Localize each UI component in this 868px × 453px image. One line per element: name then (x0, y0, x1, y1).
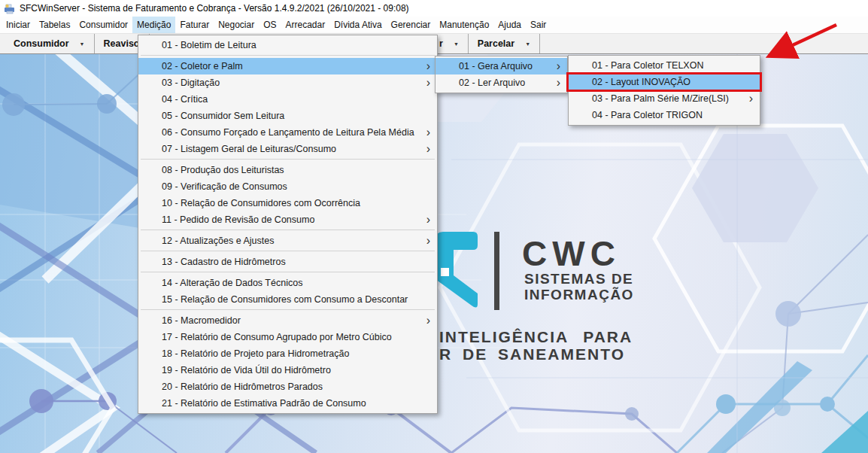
menu-item[interactable]: 20 - Relatório de Hidrômetros Parados › (138, 379, 437, 395)
menubar-item-label: Faturar (180, 20, 209, 30)
submenu-item-label: 02 - Ler Arquivo (459, 78, 525, 88)
menu-item[interactable]: 08 - Produção dos Leituristas › (138, 162, 437, 178)
menu-item[interactable]: 06 - Consumo Forçado e Lançamento de Lei… (138, 124, 437, 141)
submenu-chevron-icon: › (426, 214, 430, 226)
menu-item[interactable]: 07 - Listagem Geral de Leituras/Consumo … (138, 141, 437, 157)
submenu-item[interactable]: 02 - Layout INOVAÇÃO › (569, 74, 760, 90)
submenu-item[interactable]: 02 - Ler Arquivo › (436, 74, 567, 91)
toolbar-right-group: r ▼ Parcelar ▼ (430, 34, 540, 53)
menu-item-label: 11 - Pedido de Revisão de Consumo (162, 214, 314, 225)
menubar-item-label: OS (263, 20, 276, 30)
menubar-item[interactable]: Consumidor (74, 17, 132, 33)
gera-arquivo-submenu: 01 - Para Coletor TELXON › 02 - Layout I… (568, 55, 760, 126)
menu-item[interactable]: 02 - Coletor e Palm › (138, 58, 437, 74)
menu-item-label: 04 - Crítica (162, 94, 208, 105)
submenu-chevron-icon: › (426, 77, 430, 89)
submenu-item-label: 01 - Gera Arquivo (459, 61, 533, 71)
menubar-item[interactable]: Gerenciar (387, 17, 436, 33)
menu-item[interactable]: 10 - Relação de Consumidores com Ocorrên… (138, 195, 437, 211)
menubar-item[interactable]: Sair (526, 17, 551, 33)
menu-item-label: 09 - Verificação de Consumos (162, 181, 287, 192)
menu-item[interactable]: 15 - Relação de Consumidores com Consumo… (138, 291, 437, 308)
menu-item[interactable]: 09 - Verificação de Consumos › (138, 178, 437, 195)
menu-item[interactable]: 04 - Crítica › (138, 91, 437, 108)
menu-item-label: 14 - Alteração de Dados Técnicos (162, 278, 302, 288)
menu-item-label: 06 - Consumo Forçado e Lançamento de Lei… (162, 127, 414, 138)
submenu-item[interactable]: 03 - Para Palm Série M/Zire(LSI) › (569, 90, 760, 107)
menubar-item-label: Gerenciar (391, 20, 431, 30)
menubar-item[interactable]: Medição (132, 17, 175, 33)
logo-text: CWC (522, 233, 621, 274)
menu-item[interactable]: 14 - Alteração de Dados Técnicos › (138, 275, 437, 291)
menu-item-label: 07 - Listagem Geral de Leituras/Consumo (162, 144, 336, 154)
menu-item[interactable]: 11 - Pedido de Revisão de Consumo › (138, 211, 437, 228)
menu-item-label: 01 - Boletim de Leitura (162, 40, 256, 50)
menu-item[interactable]: 17 - Relatório de Consumo Agrupado por M… (138, 329, 437, 345)
menubar-item-label: Dívida Ativa (334, 20, 381, 30)
toolbar-button-label: Reaviso (104, 38, 140, 49)
toolbar-button[interactable]: Parcelar ▼ (469, 34, 540, 53)
menubar-item-label: Ajuda (498, 20, 521, 30)
toolbar-button[interactable]: Consumidor ▼ (5, 34, 95, 53)
submenu-chevron-icon: › (426, 143, 430, 155)
menu-item[interactable]: 21 - Relatório de Estimativa Padrão de C… (138, 395, 437, 412)
submenu-item-label: 03 - Para Palm Série M/Zire(LSI) (592, 93, 729, 104)
medicao-dropdown-menu: 01 - Boletim de Leitura › › 02 - Coletor… (138, 35, 438, 414)
menu-item[interactable]: 01 - Boletim de Leitura › (138, 37, 437, 53)
dropdown-arrow-icon: ▼ (80, 41, 85, 47)
submenu-item[interactable]: 04 - Para Coletor TRIGON › (569, 107, 760, 123)
title-bar: SFCWinServer - Sistema de Faturamento e … (0, 0, 868, 17)
menu-item-label: 12 - Atualizações e Ajustes (162, 236, 274, 246)
submenu-item-label: 01 - Para Coletor TELXON (592, 60, 703, 71)
app-window: SFCWinServer - Sistema de Faturamento e … (0, 0, 868, 453)
app-icon (4, 3, 15, 14)
menu-item-label: 10 - Relação de Consumidores com Ocorrên… (162, 198, 360, 208)
menubar-item[interactable]: Negociar (214, 17, 259, 33)
menu-item-label: 13 - Cadastro de Hidrômetros (162, 257, 286, 267)
menubar-item[interactable]: Iniciar (2, 17, 35, 33)
submenu-chevron-icon: › (426, 315, 430, 327)
toolbar-button-label: Parcelar (478, 38, 514, 49)
menu-item[interactable]: 19 - Relatório de Vida Útil do Hidrômetr… (138, 362, 437, 379)
tagline-line2: R DE SANEAMENTO (439, 345, 625, 363)
toolbar-left-group: Consumidor ▼ Reaviso ▼ (5, 34, 150, 53)
menu-item[interactable]: 13 - Cadastro de Hidrômetros › (138, 254, 437, 270)
menu-item-label: 16 - Macromedidor (162, 315, 241, 326)
menubar-item[interactable]: Tabelas (35, 17, 74, 33)
menubar-item-label: Negociar (218, 20, 254, 30)
menubar-item[interactable]: Arrecadar (281, 17, 330, 33)
menu-item-label: 15 - Relação de Consumidores com Consumo… (162, 294, 408, 305)
submenu-item-label: 02 - Layout INOVAÇÃO (592, 77, 690, 87)
menubar-item[interactable]: OS (259, 17, 281, 33)
menu-item-label: 20 - Relatório de Hidrômetros Parados (162, 382, 323, 392)
submenu-chevron-icon: › (557, 60, 560, 72)
logo-subtitle-line1: SISTEMAS DE (524, 271, 633, 287)
coletor-e-palm-submenu: 01 - Gera Arquivo › 02 - Ler Arquivo › (435, 56, 568, 93)
submenu-item[interactable]: 01 - Para Coletor TELXON › (569, 57, 760, 74)
menu-item-label: 02 - Coletor e Palm (162, 61, 243, 71)
menu-item-label: 03 - Digitação (162, 78, 220, 88)
logo-divider (494, 232, 499, 310)
dropdown-arrow-icon: ▼ (454, 41, 459, 47)
menubar-item-label: Manutenção (439, 20, 489, 30)
submenu-chevron-icon: › (749, 93, 753, 105)
menu-item[interactable]: 12 - Atualizações e Ajustes › (138, 233, 437, 249)
menubar-item[interactable]: Dívida Ativa (329, 17, 386, 33)
menu-item-label: 05 - Consumidor Sem Leitura (162, 111, 284, 121)
menubar-item[interactable]: Faturar (175, 17, 214, 33)
menu-item[interactable]: 05 - Consumidor Sem Leitura › (138, 108, 437, 124)
menu-bar: Iniciar Tabelas Consumidor Medição Fatur… (0, 17, 868, 33)
menubar-item[interactable]: Manutenção (435, 17, 493, 33)
menubar-item[interactable]: Ajuda (493, 17, 526, 33)
menubar-item-label: Consumidor (79, 20, 128, 30)
menu-item-label: 08 - Produção dos Leituristas (162, 165, 284, 175)
tagline-line1: INTELIGÊNCIA PARA (439, 328, 633, 346)
submenu-chevron-icon: › (426, 126, 430, 138)
submenu-item[interactable]: 01 - Gera Arquivo › (436, 58, 567, 74)
menu-item[interactable]: 18 - Relatório de Projeto para Hidrometr… (138, 345, 437, 362)
menu-item[interactable]: 16 - Macromedidor › (138, 312, 437, 329)
dropdown-arrow-icon: ▼ (525, 41, 530, 47)
menu-item[interactable]: 03 - Digitação › (138, 74, 437, 91)
menu-item-label: 17 - Relatório de Consumo Agrupado por M… (162, 332, 392, 342)
menubar-item-label: Tabelas (39, 20, 70, 30)
